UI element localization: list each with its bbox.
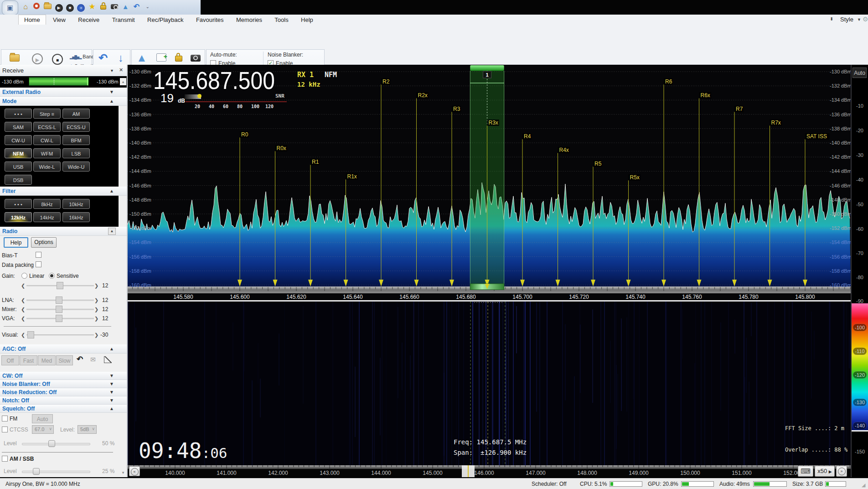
visual-dec-arrow[interactable]: ❮	[21, 332, 25, 338]
undo-icon[interactable]: ↶	[132, 2, 141, 11]
mode-step-button[interactable]: Step ≡	[33, 109, 61, 119]
lna-dec-arrow[interactable]: ❮	[21, 297, 25, 303]
stop-icon[interactable]: ■	[65, 2, 74, 11]
filter-more-button[interactable]: • • •	[5, 199, 32, 209]
band-navigator[interactable]: 140.000141.000142.000143.000144.000145.0…	[128, 465, 851, 477]
tuned-frequency-display[interactable]: 145.687.500	[153, 67, 275, 95]
add-icon[interactable]: ＋	[77, 2, 86, 11]
section-notch[interactable]: Notch: Off▼	[0, 396, 127, 405]
mode-dsb-button[interactable]: DSB	[5, 175, 32, 185]
mode-nfm-button[interactable]: NFM	[5, 148, 32, 158]
mode-more-button[interactable]: • • •	[5, 109, 32, 119]
mode-am-button[interactable]: AM	[62, 109, 90, 119]
settings-gear-icon[interactable]: ⚙	[863, 16, 868, 23]
mode-sam-button[interactable]: SAM	[5, 122, 32, 132]
gain-dec-arrow[interactable]: ❮	[21, 283, 25, 289]
mixer-inc-arrow[interactable]: ❯	[94, 307, 98, 312]
section-cw[interactable]: CW: Off▼	[0, 372, 127, 380]
squelch-level-thumb[interactable]	[48, 440, 55, 447]
mode-ecss-l-button[interactable]: ECSS-L	[33, 122, 61, 132]
section-external-radio[interactable]: External Radio▼	[0, 88, 127, 97]
bias-t-checkbox[interactable]	[36, 252, 41, 258]
gain-slider[interactable]	[26, 282, 94, 289]
mode-usb-button[interactable]: USB	[5, 161, 32, 172]
tab-favourites[interactable]: Favourites	[191, 15, 229, 25]
panel-close-icon[interactable]: ✕	[119, 67, 123, 73]
filter-8khz-button[interactable]: 8kHz	[33, 199, 61, 209]
section-float-up-icon[interactable]: ▲	[108, 228, 116, 235]
filter-14khz-button[interactable]: 14kHz	[33, 212, 61, 222]
tab-home[interactable]: Home	[18, 15, 46, 25]
tab-view[interactable]: View	[47, 15, 71, 25]
play-icon[interactable]: ▶	[54, 2, 63, 11]
visual-inc-arrow[interactable]: ❯	[94, 332, 98, 338]
am-ssb-level-slider[interactable]	[22, 471, 90, 473]
mode-wide-u-button[interactable]: Wide-U	[62, 161, 90, 172]
style-updown-icon[interactable]: ⬍	[830, 16, 833, 21]
mode-cw-l-button[interactable]: CW-L	[33, 135, 61, 145]
gain-sensitive-radio[interactable]	[49, 273, 55, 279]
vga-slider[interactable]	[26, 315, 94, 322]
options-button[interactable]: Options	[31, 237, 57, 248]
nav-right-button[interactable]: »	[836, 466, 847, 477]
spectrum-display[interactable]: 1R0R0xR1R1xR2R2xR3R3xR4R4xR5R5xR6R6xR7R7…	[128, 65, 851, 300]
panel-scroll-up-icon[interactable]: ▴	[120, 78, 126, 85]
resize-grip[interactable]: ◢	[862, 482, 865, 488]
waterfall-display[interactable]: 09:48:06 Freq: 145.687.5 MHz Span: ±126.…	[128, 302, 851, 465]
section-noise-blanker[interactable]: Noise Blanker: Off▼	[0, 380, 127, 388]
agc-med-button[interactable]: Med	[38, 355, 56, 365]
filter-16khz-button[interactable]: 16kHz	[62, 212, 90, 222]
nav-left-button[interactable]: «	[129, 466, 140, 476]
favourite-star-icon[interactable]: ★	[88, 2, 97, 11]
mode-wfm-button[interactable]: WFM	[33, 148, 61, 158]
fm-checkbox[interactable]	[2, 416, 8, 421]
home-icon[interactable]: ⌂	[21, 2, 30, 11]
tab-help[interactable]: Help	[295, 15, 319, 25]
ctcss-level-dropdown[interactable]: 5dB∨	[78, 425, 97, 434]
agc-off-button[interactable]: Off	[1, 355, 19, 365]
mode-lsb-button[interactable]: LSB	[62, 148, 90, 158]
help-lifering-icon[interactable]	[32, 2, 41, 11]
section-mode[interactable]: Mode▲	[0, 97, 127, 106]
squelch-level-slider[interactable]	[22, 443, 90, 445]
filter-12khz-button[interactable]: 12kHz	[5, 212, 32, 222]
style-dropdown-icon[interactable]: ▼	[857, 17, 861, 22]
section-radio[interactable]: Radio ▲	[0, 227, 127, 236]
agc-undo-icon[interactable]: ↶	[77, 354, 83, 364]
panel-scroll-down-icon[interactable]: ▾	[120, 469, 126, 476]
bandwidth-button[interactable]: ▂▅█▅▂ Bandwidth ▼	[70, 52, 93, 61]
mode-cw-u-button[interactable]: CW-U	[5, 135, 32, 145]
lna-slider[interactable]	[26, 297, 94, 304]
tab-receive[interactable]: Receive	[72, 15, 105, 25]
am-ssb-checkbox[interactable]	[2, 456, 8, 462]
mixer-dec-arrow[interactable]: ❮	[21, 307, 25, 312]
tab-memories[interactable]: Memories	[231, 15, 268, 25]
section-squelch[interactable]: Squelch: Off▲	[0, 405, 127, 413]
agc-slow-button[interactable]: Slow	[56, 355, 73, 365]
data-packing-checkbox[interactable]	[36, 261, 41, 267]
lock-icon[interactable]	[98, 2, 108, 11]
mode-ecss-u-button[interactable]: ECSS-U	[62, 122, 90, 132]
panel-collapse-icon[interactable]: ▾	[111, 68, 113, 73]
filter-10khz-button[interactable]: 10kHz	[62, 199, 90, 209]
gain-linear-radio[interactable]	[21, 273, 27, 279]
nav-zoom-button[interactable]: x50 ▶	[815, 466, 835, 477]
app-menu-orb[interactable]: ▣	[2, 0, 18, 15]
mixer-slider[interactable]	[26, 306, 94, 313]
mode-bfm-button[interactable]: BFM	[62, 135, 90, 145]
section-filter[interactable]: Filter▲	[0, 187, 127, 196]
agc-graph-icon[interactable]	[104, 356, 112, 363]
agc-envelope-icon[interactable]: ✉	[90, 356, 96, 363]
vga-dec-arrow[interactable]: ❮	[21, 316, 25, 322]
visual-slider[interactable]	[26, 331, 94, 338]
qat-more-icon[interactable]: ⌄	[143, 2, 152, 11]
lna-inc-arrow[interactable]: ❯	[94, 297, 98, 303]
section-agc[interactable]: AGC: Off▲	[0, 344, 127, 354]
tab-transmit[interactable]: Transmit	[107, 15, 140, 25]
vga-inc-arrow[interactable]: ❯	[94, 316, 98, 322]
style-selector[interactable]: Style	[840, 16, 853, 23]
gain-inc-arrow[interactable]: ❯	[94, 283, 98, 289]
tab-tools[interactable]: Tools	[269, 15, 294, 25]
mode-wide-l-button[interactable]: Wide-L	[33, 161, 61, 172]
antenna-icon[interactable]: ▲	[121, 2, 130, 11]
